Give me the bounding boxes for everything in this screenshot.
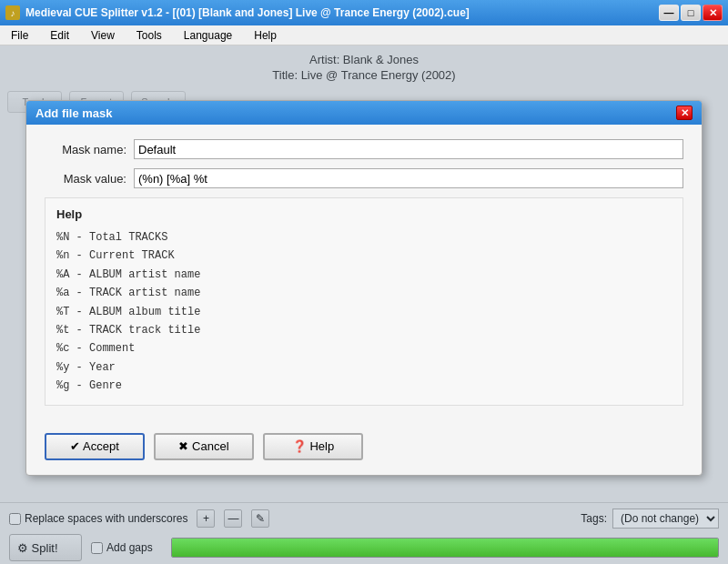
help-section-title: Help [56, 207, 672, 221]
help-item-0: %N - Total TRACKS [56, 228, 672, 247]
dialog-titlebar: Add file mask ✕ [26, 101, 702, 125]
help-item-7: %y - Year [56, 358, 672, 377]
help-item-4: %T - ALBUM album title [56, 303, 672, 321]
window-controls: — □ ✕ [659, 5, 723, 21]
dialog-title: Add file mask [35, 106, 113, 120]
help-item-6: %c - Comment [56, 339, 672, 358]
help-item-5: %t - TRACK track title [56, 321, 672, 339]
menu-file[interactable]: File [7, 28, 32, 43]
add-file-mask-dialog: Add file mask ✕ Mask name: Mask value: H… [25, 100, 703, 476]
close-button[interactable]: ✕ [703, 5, 723, 21]
title-bar: ♪ Medieval CUE Splitter v1.2 - [(01) [Bl… [0, 0, 728, 25]
help-section: Help %N - Total TRACKS %n - Current TRAC… [45, 197, 683, 406]
mask-name-row: Mask name: [45, 139, 683, 159]
menu-tools[interactable]: Tools [133, 28, 166, 43]
help-item-1: %n - Current TRACK [56, 247, 672, 265]
maximize-button[interactable]: □ [681, 5, 701, 21]
window-title: Medieval CUE Splitter v1.2 - [(01) [Blan… [25, 6, 470, 19]
menu-view[interactable]: View [87, 28, 118, 43]
main-window: Artist: Blank & Jones Title: Live @ Tran… [0, 45, 728, 564]
help-item-2: %A - ALBUM artist name [56, 266, 672, 284]
menu-language[interactable]: Language [180, 28, 236, 43]
help-item-8: %g - Genre [56, 377, 672, 395]
dialog-buttons: ✔ Accept ✖ Cancel ❓ Help [26, 420, 702, 475]
menu-help[interactable]: Help [250, 28, 280, 43]
mask-value-input[interactable] [134, 168, 683, 188]
dialog-body: Mask name: Mask value: Help %N - Total T… [26, 125, 702, 420]
mask-value-label: Mask value: [45, 172, 126, 186]
menu-bar: File Edit View Tools Language Help [0, 25, 728, 45]
help-item-3: %a - TRACK artist name [56, 284, 672, 302]
help-button[interactable]: ❓ Help [263, 433, 363, 460]
mask-name-input[interactable] [134, 139, 683, 159]
mask-name-label: Mask name: [45, 143, 126, 156]
app-icon: ♪ [5, 5, 20, 20]
minimize-button[interactable]: — [659, 5, 679, 21]
menu-edit[interactable]: Edit [46, 28, 73, 43]
accept-button[interactable]: ✔ Accept [45, 433, 145, 460]
dialog-close-button[interactable]: ✕ [676, 106, 693, 120]
mask-value-row: Mask value: [45, 168, 683, 188]
cancel-button[interactable]: ✖ Cancel [154, 433, 254, 460]
